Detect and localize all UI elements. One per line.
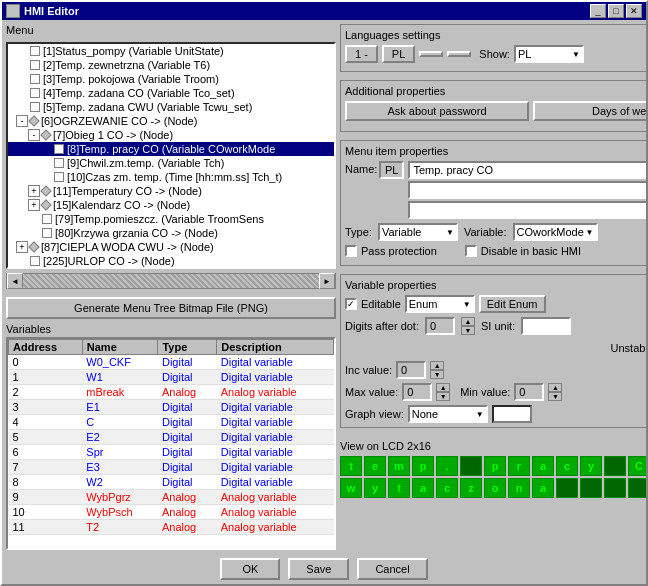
type-dropdown[interactable]: Variable ▼: [378, 223, 458, 241]
ok-button[interactable]: OK: [220, 558, 280, 580]
lcd-cell: p: [412, 456, 434, 476]
tree-item[interactable]: -[6]OGRZEWANIE CO -> (Node): [8, 114, 334, 128]
table-row[interactable]: 5E2DigitalDigital variable: [9, 430, 334, 445]
var-cell: Digital: [158, 400, 217, 415]
lcd-cell: r: [508, 456, 530, 476]
tree-item[interactable]: [5]Temp. zadana CWU (Variable Tcwu_set): [8, 100, 334, 114]
lang-pl-button[interactable]: PL: [382, 45, 415, 63]
var-cell: E3: [82, 460, 158, 475]
close-button[interactable]: ✕: [626, 4, 642, 18]
days-week-button[interactable]: Days of week: [533, 101, 646, 121]
node-icon: [28, 115, 39, 126]
hscroll-right-btn[interactable]: ►: [319, 273, 335, 289]
table-row[interactable]: 8W2DigitalDigital variable: [9, 475, 334, 490]
si-input[interactable]: [521, 317, 571, 335]
digits-down[interactable]: ▼: [461, 326, 475, 335]
table-row[interactable]: 9WybPgrzAnalogAnalog variable: [9, 490, 334, 505]
digits-up[interactable]: ▲: [461, 317, 475, 326]
tree-item[interactable]: [1]Status_pompy (Variable UnitState): [8, 44, 334, 58]
edit-enum-button[interactable]: Edit Enum: [479, 295, 546, 313]
inc-spinner[interactable]: ▲ ▼: [430, 361, 444, 379]
save-button[interactable]: Save: [288, 558, 349, 580]
var-cell: Digital: [158, 460, 217, 475]
disable-basic-checkbox[interactable]: [465, 245, 477, 257]
pass-protect-checkbox[interactable]: [345, 245, 357, 257]
min-up[interactable]: ▲: [548, 383, 562, 392]
max-down[interactable]: ▼: [436, 392, 450, 401]
show-dropdown[interactable]: PL ▼: [514, 45, 584, 63]
name-input-2[interactable]: [408, 181, 646, 199]
app-icon: [6, 4, 20, 18]
var-cell: E1: [82, 400, 158, 415]
window-title: HMI Editor: [24, 5, 79, 17]
tree-item[interactable]: [2]Temp. zewnetrzna (Variable T6): [8, 58, 334, 72]
cancel-button[interactable]: Cancel: [357, 558, 427, 580]
node-icon: [40, 199, 51, 210]
lang-3-button[interactable]: [419, 51, 443, 57]
expand-icon[interactable]: +: [28, 199, 40, 211]
hscroll-left-btn[interactable]: ◄: [7, 273, 23, 289]
inc-down[interactable]: ▼: [430, 370, 444, 379]
variables-table-container: AddressNameTypeDescription 0W0_CKFDigita…: [6, 337, 336, 550]
generate-bitmap-button[interactable]: Generate Menu Tree Bitmap File (PNG): [6, 297, 336, 319]
expand-icon[interactable]: -: [16, 115, 28, 127]
table-row[interactable]: 4CDigitalDigital variable: [9, 415, 334, 430]
table-row[interactable]: 10WybPschAnalogAnalog variable: [9, 505, 334, 520]
editable-checkbox[interactable]: [345, 298, 357, 310]
min-down[interactable]: ▼: [548, 392, 562, 401]
menu-tree[interactable]: [1]Status_pompy (Variable UnitState)[2]T…: [6, 42, 336, 269]
title-bar: HMI Editor _ □ ✕: [2, 2, 646, 20]
table-row[interactable]: 7E3DigitalDigital variable: [9, 460, 334, 475]
inc-up[interactable]: ▲: [430, 361, 444, 370]
graph-color-input[interactable]: [492, 405, 532, 423]
menu-item-props-section: Menu item properties Name: PL Type: Vari…: [340, 140, 646, 266]
lcd-cell: n: [508, 478, 530, 498]
additional-props-label: Additional properties: [345, 85, 646, 97]
tree-item[interactable]: [9]Chwil.zm.temp. (Variable Tch): [8, 156, 334, 170]
table-row[interactable]: 3E1DigitalDigital variable: [9, 400, 334, 415]
tree-item[interactable]: +[11]Temperatury CO -> (Node): [8, 184, 334, 198]
minimize-button[interactable]: _: [590, 4, 606, 18]
lcd-cell: t: [388, 478, 410, 498]
tree-hscroll[interactable]: ◄ ►: [6, 273, 336, 289]
tree-item[interactable]: [80]Krzywa grzania CO -> (Node): [8, 226, 334, 240]
name-input-3[interactable]: [408, 201, 646, 219]
maximize-button[interactable]: □: [608, 4, 624, 18]
digits-spinner[interactable]: ▲ ▼: [461, 317, 475, 335]
expand-icon[interactable]: +: [16, 241, 28, 253]
table-row[interactable]: 0W0_CKFDigitalDigital variable: [9, 355, 334, 370]
tree-item[interactable]: [8]Temp. pracy CO (Variable COworkMode: [8, 142, 334, 156]
ask-password-button[interactable]: Ask about password: [345, 101, 529, 121]
variable-dropdown[interactable]: COworkMode ▼: [513, 223, 598, 241]
item-icon: [30, 46, 40, 56]
tree-item[interactable]: +[15]Kalendarz CO -> (Node): [8, 198, 334, 212]
tree-item[interactable]: [4]Temp. zadana CO (Variable Tco_set): [8, 86, 334, 100]
tree-item[interactable]: [225]URLOP CO -> (Node): [8, 254, 334, 268]
name-input-1[interactable]: [408, 161, 646, 179]
lcd-row-0: temp. pracy CO: [340, 456, 646, 476]
show-dropdown-arrow: ▼: [572, 50, 580, 59]
tree-item[interactable]: [10]Czas zm. temp. (Time [hh:mm.ss] Tch_…: [8, 170, 334, 184]
expand-icon[interactable]: +: [28, 185, 40, 197]
tree-item[interactable]: [79]Temp.pomieszcz. (Variable TroomSens: [8, 212, 334, 226]
max-up[interactable]: ▲: [436, 383, 450, 392]
graph-arrow: ▼: [476, 410, 484, 419]
table-row[interactable]: 1W1DigitalDigital variable: [9, 370, 334, 385]
lang-4-button[interactable]: [447, 51, 471, 57]
tree-item[interactable]: -[7]Obieg 1 CO -> (Node): [8, 128, 334, 142]
tree-item[interactable]: [3]Temp. pokojowa (Variable Troom): [8, 72, 334, 86]
item-icon: [42, 228, 52, 238]
variable-props-label: Variable properties: [345, 279, 646, 291]
expand-icon[interactable]: -: [28, 129, 40, 141]
var-cell: 3: [9, 400, 83, 415]
var-cell: W2: [82, 475, 158, 490]
graph-dropdown[interactable]: None ▼: [408, 405, 488, 423]
table-row[interactable]: 2mBreakAnalogAnalog variable: [9, 385, 334, 400]
max-spinner[interactable]: ▲ ▼: [436, 383, 450, 401]
tree-item[interactable]: +[87]CIEPLA WODA CWU -> (Node): [8, 240, 334, 254]
table-row[interactable]: 6SprDigitalDigital variable: [9, 445, 334, 460]
enum-dropdown[interactable]: Enum ▼: [405, 295, 475, 313]
table-row[interactable]: 11T2AnalogAnalog variable: [9, 520, 334, 535]
min-spinner[interactable]: ▲ ▼: [548, 383, 562, 401]
lang-1-button[interactable]: 1 -: [345, 45, 378, 63]
